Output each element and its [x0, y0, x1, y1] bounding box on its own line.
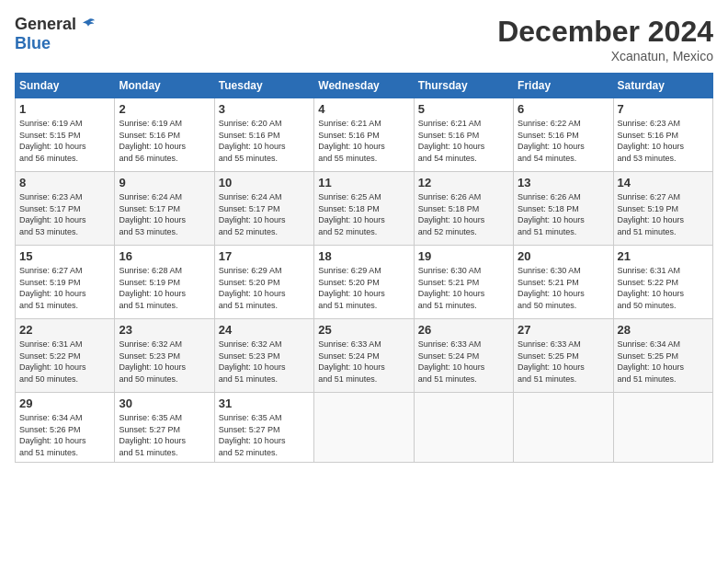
table-row: 28 Sunrise: 6:34 AM Sunset: 5:25 PM Dayl… [613, 319, 712, 393]
day-number: 20 [518, 249, 609, 263]
day-info: Sunrise: 6:32 AM Sunset: 5:23 PM Dayligh… [119, 339, 210, 385]
header-saturday: Saturday [613, 74, 712, 98]
day-number: 31 [219, 396, 310, 410]
day-info: Sunrise: 6:32 AM Sunset: 5:23 PM Dayligh… [219, 339, 310, 385]
day-info: Sunrise: 6:29 AM Sunset: 5:20 PM Dayligh… [318, 265, 409, 311]
logo: General Blue [15, 15, 97, 53]
day-number: 8 [19, 176, 110, 190]
header-wednesday: Wednesday [314, 74, 414, 98]
day-info: Sunrise: 6:19 AM Sunset: 5:15 PM Dayligh… [19, 118, 110, 164]
day-number: 3 [219, 102, 310, 116]
table-row: 29 Sunrise: 6:34 AM Sunset: 5:26 PM Dayl… [16, 393, 115, 463]
table-row: 15 Sunrise: 6:27 AM Sunset: 5:19 PM Dayl… [16, 246, 115, 319]
header-sunday: Sunday [16, 74, 115, 98]
table-row: 23 Sunrise: 6:32 AM Sunset: 5:23 PM Dayl… [115, 319, 214, 393]
table-row: 17 Sunrise: 6:29 AM Sunset: 5:20 PM Dayl… [214, 246, 313, 319]
day-info: Sunrise: 6:26 AM Sunset: 5:18 PM Dayligh… [518, 191, 609, 237]
month-title: December 2024 [497, 15, 713, 49]
day-info: Sunrise: 6:25 AM Sunset: 5:18 PM Dayligh… [318, 191, 409, 237]
day-info: Sunrise: 6:23 AM Sunset: 5:17 PM Dayligh… [19, 191, 110, 237]
day-number: 15 [19, 249, 110, 263]
day-number: 23 [119, 323, 210, 337]
day-info: Sunrise: 6:35 AM Sunset: 5:27 PM Dayligh… [219, 412, 310, 458]
table-row: 5 Sunrise: 6:21 AM Sunset: 5:16 PM Dayli… [414, 98, 513, 172]
table-row: 31 Sunrise: 6:35 AM Sunset: 5:27 PM Dayl… [214, 393, 313, 463]
header: General Blue December 2024 Xcanatun, Mex… [15, 15, 713, 63]
day-info: Sunrise: 6:33 AM Sunset: 5:24 PM Dayligh… [318, 339, 409, 385]
day-info: Sunrise: 6:28 AM Sunset: 5:19 PM Dayligh… [119, 265, 210, 311]
day-number: 4 [318, 102, 409, 116]
day-info: Sunrise: 6:21 AM Sunset: 5:16 PM Dayligh… [318, 118, 409, 164]
table-row: 6 Sunrise: 6:22 AM Sunset: 5:16 PM Dayli… [514, 98, 613, 172]
table-row: 30 Sunrise: 6:35 AM Sunset: 5:27 PM Dayl… [115, 393, 214, 463]
day-number: 11 [318, 176, 409, 190]
header-friday: Friday [514, 74, 613, 98]
day-number: 2 [119, 102, 210, 116]
day-number: 14 [618, 176, 709, 190]
day-info: Sunrise: 6:27 AM Sunset: 5:19 PM Dayligh… [19, 265, 110, 311]
table-row: 7 Sunrise: 6:23 AM Sunset: 5:16 PM Dayli… [613, 98, 712, 172]
day-info: Sunrise: 6:20 AM Sunset: 5:16 PM Dayligh… [219, 118, 310, 164]
day-number: 26 [418, 323, 509, 337]
header-tuesday: Tuesday [214, 74, 313, 98]
table-row: 8 Sunrise: 6:23 AM Sunset: 5:17 PM Dayli… [16, 172, 115, 246]
day-info: Sunrise: 6:31 AM Sunset: 5:22 PM Dayligh… [19, 339, 110, 385]
day-info: Sunrise: 6:30 AM Sunset: 5:21 PM Dayligh… [418, 265, 509, 311]
day-number: 1 [19, 102, 110, 116]
table-row: 13 Sunrise: 6:26 AM Sunset: 5:18 PM Dayl… [514, 172, 613, 246]
table-row: 14 Sunrise: 6:27 AM Sunset: 5:19 PM Dayl… [613, 172, 712, 246]
table-row: 22 Sunrise: 6:31 AM Sunset: 5:22 PM Dayl… [16, 319, 115, 393]
day-number: 19 [418, 249, 509, 263]
day-info: Sunrise: 6:30 AM Sunset: 5:21 PM Dayligh… [518, 265, 609, 311]
day-number: 16 [119, 249, 210, 263]
table-row: 25 Sunrise: 6:33 AM Sunset: 5:24 PM Dayl… [314, 319, 414, 393]
header-monday: Monday [115, 74, 214, 98]
table-row [414, 393, 513, 463]
table-row: 4 Sunrise: 6:21 AM Sunset: 5:16 PM Dayli… [314, 98, 414, 172]
table-row: 20 Sunrise: 6:30 AM Sunset: 5:21 PM Dayl… [514, 246, 613, 319]
table-row: 11 Sunrise: 6:25 AM Sunset: 5:18 PM Dayl… [314, 172, 414, 246]
table-row: 10 Sunrise: 6:24 AM Sunset: 5:17 PM Dayl… [214, 172, 313, 246]
day-info: Sunrise: 6:24 AM Sunset: 5:17 PM Dayligh… [119, 191, 210, 237]
day-number: 28 [618, 323, 709, 337]
day-number: 12 [418, 176, 509, 190]
table-row: 24 Sunrise: 6:32 AM Sunset: 5:23 PM Dayl… [214, 319, 313, 393]
day-number: 27 [518, 323, 609, 337]
weekday-header-row: Sunday Monday Tuesday Wednesday Thursday… [16, 74, 713, 98]
day-info: Sunrise: 6:26 AM Sunset: 5:18 PM Dayligh… [418, 191, 509, 237]
day-number: 10 [219, 176, 310, 190]
table-row: 21 Sunrise: 6:31 AM Sunset: 5:22 PM Dayl… [613, 246, 712, 319]
table-row: 27 Sunrise: 6:33 AM Sunset: 5:25 PM Dayl… [514, 319, 613, 393]
table-row: 1 Sunrise: 6:19 AM Sunset: 5:15 PM Dayli… [16, 98, 115, 172]
day-info: Sunrise: 6:27 AM Sunset: 5:19 PM Dayligh… [618, 191, 709, 237]
day-number: 24 [219, 323, 310, 337]
day-info: Sunrise: 6:35 AM Sunset: 5:27 PM Dayligh… [119, 412, 210, 458]
day-info: Sunrise: 6:29 AM Sunset: 5:20 PM Dayligh… [219, 265, 310, 311]
logo-blue-text: Blue [15, 34, 51, 53]
day-number: 25 [318, 323, 409, 337]
day-number: 30 [119, 396, 210, 410]
title-area: December 2024 Xcanatun, Mexico [497, 15, 713, 63]
day-info: Sunrise: 6:33 AM Sunset: 5:25 PM Dayligh… [518, 339, 609, 385]
table-row [514, 393, 613, 463]
table-row: 19 Sunrise: 6:30 AM Sunset: 5:21 PM Dayl… [414, 246, 513, 319]
table-row: 16 Sunrise: 6:28 AM Sunset: 5:19 PM Dayl… [115, 246, 214, 319]
day-info: Sunrise: 6:22 AM Sunset: 5:16 PM Dayligh… [518, 118, 609, 164]
day-number: 17 [219, 249, 310, 263]
table-row: 3 Sunrise: 6:20 AM Sunset: 5:16 PM Dayli… [214, 98, 313, 172]
table-row: 2 Sunrise: 6:19 AM Sunset: 5:16 PM Dayli… [115, 98, 214, 172]
header-thursday: Thursday [414, 74, 513, 98]
logo-bird-icon [80, 17, 97, 33]
day-info: Sunrise: 6:21 AM Sunset: 5:16 PM Dayligh… [418, 118, 509, 164]
day-number: 13 [518, 176, 609, 190]
day-info: Sunrise: 6:34 AM Sunset: 5:25 PM Dayligh… [618, 339, 709, 385]
table-row: 12 Sunrise: 6:26 AM Sunset: 5:18 PM Dayl… [414, 172, 513, 246]
calendar-table: Sunday Monday Tuesday Wednesday Thursday… [15, 73, 713, 463]
table-row [314, 393, 414, 463]
table-row: 26 Sunrise: 6:33 AM Sunset: 5:24 PM Dayl… [414, 319, 513, 393]
logo-general-text: General [15, 15, 76, 34]
day-info: Sunrise: 6:24 AM Sunset: 5:17 PM Dayligh… [219, 191, 310, 237]
day-number: 21 [618, 249, 709, 263]
day-info: Sunrise: 6:34 AM Sunset: 5:26 PM Dayligh… [19, 412, 110, 458]
day-info: Sunrise: 6:23 AM Sunset: 5:16 PM Dayligh… [618, 118, 709, 164]
